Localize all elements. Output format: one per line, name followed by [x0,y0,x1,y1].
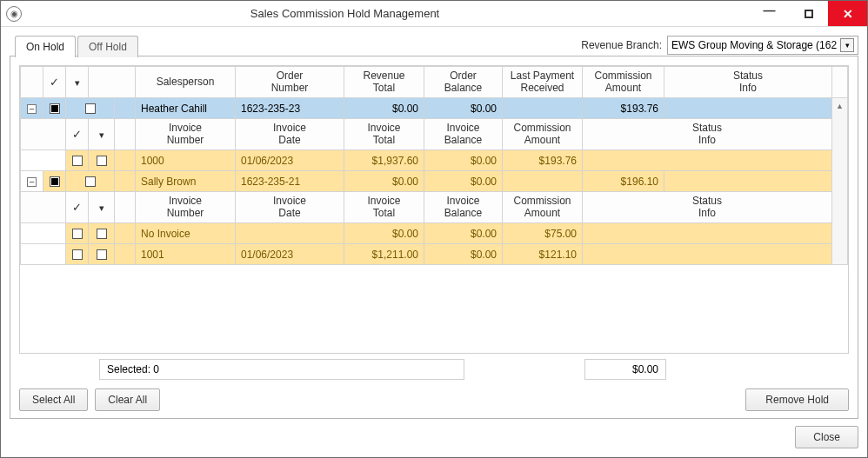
cell-invoice-date [236,223,344,244]
row-checkbox[interactable] [50,103,60,114]
grid: Salesperson OrderNumber RevenueTotal Ord… [19,65,849,354]
cell-last-payment [503,171,583,192]
dropdown-icon [75,76,80,89]
cell-invoice-balance: $0.00 [424,150,503,171]
col-spacer [89,67,136,98]
cell-status-info [583,150,832,171]
grid-panel: Salesperson OrderNumber RevenueTotal Ord… [10,56,858,419]
subcol-invoice-date[interactable]: InvoiceDate [236,119,344,150]
cell-last-payment [503,98,583,119]
select-all-button[interactable]: Select All [19,388,88,411]
row-checkbox[interactable] [97,229,107,239]
selected-total: $0.00 [584,359,666,380]
col-expand[interactable] [21,67,43,98]
cell-status-info [583,244,832,265]
close-icon: ✕ [843,7,853,21]
grid-footer: Selected: 0 $0.00 [19,359,849,380]
cell-commission-amount: $196.10 [583,171,664,192]
subcol-invoice-total[interactable]: InvoiceTotal [344,119,424,150]
row-checkbox[interactable] [72,156,83,166]
subcol-dropdown[interactable] [89,192,115,223]
revenue-branch-select[interactable]: EWS Group Moving & Storage (1623) ▾ [667,36,858,55]
selected-count: Selected: 0 [99,359,464,380]
cell-order-number: 1623-235-21 [236,171,344,192]
body: On Hold Off Hold Revenue Branch: EWS Gro… [1,27,867,457]
cell-invoice-number: No Invoice [136,223,236,244]
row-checkbox[interactable] [97,249,107,260]
cell-invoice-balance: $0.00 [424,244,503,265]
row-checkbox[interactable] [85,103,96,114]
subcol-commission-amount[interactable]: CommissionAmount [503,119,583,150]
minimize-button[interactable]: — [750,1,789,26]
table-row[interactable]: − Sally Brown 1623-235-21 $0.00 $0.00 $1… [21,171,848,192]
tab-on-hold[interactable]: On Hold [15,36,76,57]
cell-order-balance: $0.00 [424,98,503,119]
col-last-payment[interactable]: Last PaymentReceived [503,67,583,98]
col-order-number[interactable]: OrderNumber [236,67,344,98]
subcol-invoice-number[interactable]: InvoiceNumber [136,119,236,150]
subcol-status-info[interactable]: StatusInfo [583,119,832,150]
row-checkbox[interactable] [97,156,107,166]
col-parent-check[interactable] [43,67,66,98]
col-scroll [832,67,848,98]
subcol-status-info[interactable]: StatusInfo [583,192,832,223]
cell-revenue-total: $0.00 [344,171,424,192]
cell-commission-amount: $75.00 [503,223,583,244]
subcol-tick[interactable] [66,119,89,150]
subcol-invoice-balance[interactable]: InvoiceBalance [424,192,503,223]
col-salesperson[interactable]: Salesperson [136,67,236,98]
tabs: On Hold Off Hold [15,35,140,56]
grid-table: Salesperson OrderNumber RevenueTotal Ord… [20,66,848,265]
row-checkbox[interactable] [72,229,83,239]
collapse-icon[interactable]: − [27,104,37,114]
subcol-commission-amount[interactable]: CommissionAmount [503,192,583,223]
check-icon [72,202,82,214]
col-revenue-total[interactable]: RevenueTotal [344,67,424,98]
maximize-icon [805,10,813,18]
maximize-button[interactable] [789,1,828,26]
dropdown-icon [99,129,104,141]
tab-off-hold[interactable]: Off Hold [77,36,138,57]
subcol-invoice-total[interactable]: InvoiceTotal [344,192,424,223]
cell-revenue-total: $0.00 [344,98,424,119]
table-row[interactable]: − Heather Cahill 1623-235-23 $0.00 $0.00… [21,98,848,119]
subcol-tick[interactable] [66,192,89,223]
grid-body: Salesperson OrderNumber RevenueTotal Ord… [20,66,848,353]
cell-status-info [664,98,832,119]
cell-invoice-date: 01/06/2023 [236,150,344,171]
cell-invoice-number: 1001 [136,244,236,265]
row-checkbox[interactable] [50,176,60,187]
cell-invoice-balance: $0.00 [424,223,503,244]
cell-commission-amount: $193.76 [583,98,664,119]
cell-status-info [583,223,832,244]
remove-hold-button[interactable]: Remove Hold [745,388,849,411]
table-row[interactable]: No Invoice $0.00 $0.00 $75.00 [21,223,848,244]
revenue-branch-label: Revenue Branch: [581,39,662,51]
close-button[interactable]: Close [795,426,858,448]
subcol-invoice-date[interactable]: InvoiceDate [236,192,344,223]
subcol-dropdown[interactable] [89,119,115,150]
col-dropdown[interactable] [66,67,89,98]
subcol-invoice-balance[interactable]: InvoiceBalance [424,119,503,150]
cell-status-info [664,171,832,192]
cell-salesperson: Heather Cahill [136,98,236,119]
dropdown-icon [99,202,104,214]
clear-all-button[interactable]: Clear All [95,388,160,411]
col-status-info[interactable]: StatusInfo [664,67,832,98]
row-checkbox[interactable] [85,176,96,187]
minimize-icon: — [764,3,776,17]
col-order-balance[interactable]: OrderBalance [424,67,503,98]
subcol-invoice-number[interactable]: InvoiceNumber [136,192,236,223]
row-checkbox[interactable] [72,249,83,260]
cell-invoice-total: $1,937.60 [344,150,424,171]
cell-invoice-number: 1000 [136,150,236,171]
button-row: Select All Clear All Remove Hold [19,388,849,411]
app-icon: ◉ [6,6,22,22]
check-icon [72,129,82,141]
close-window-button[interactable]: ✕ [828,1,867,26]
table-row[interactable]: 1001 01/06/2023 $1,211.00 $0.00 $121.10 [21,244,848,265]
table-row[interactable]: 1000 01/06/2023 $1,937.60 $0.00 $193.76 [21,150,848,171]
collapse-icon[interactable]: − [27,177,37,187]
scroll-up-button[interactable]: ▲ [832,98,847,114]
col-commission-amount[interactable]: CommissionAmount [583,67,664,98]
